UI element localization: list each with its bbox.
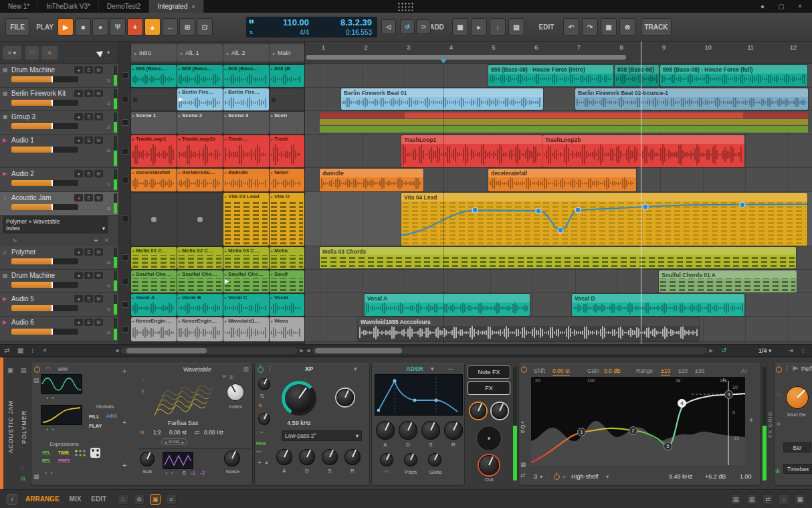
- clip-play-icon[interactable]: ▸: [179, 137, 181, 141]
- arranger-clip[interactable]: Berlin Firework Beat 02-bounce-1: [575, 88, 808, 110]
- unison-icon[interactable]: ılı: [140, 429, 144, 435]
- dice-icon[interactable]: [90, 448, 100, 458]
- updown-icon[interactable]: ⇅: [260, 393, 265, 400]
- rel-tag[interactable]: REL: [42, 458, 51, 463]
- edit-button[interactable]: EDIT: [534, 18, 559, 35]
- monitor-button[interactable]: ●: [74, 90, 83, 97]
- chevron-down-icon[interactable]: ▾: [354, 365, 357, 372]
- launcher-clip[interactable]: ▸Mella 03 C…: [223, 247, 269, 269]
- undo-button[interactable]: ↶: [563, 18, 579, 35]
- gain-value[interactable]: 0.0 dB: [604, 367, 621, 374]
- right-arrow-icon[interactable]: ▸: [182, 440, 184, 444]
- scrollbar-thumb[interactable]: [126, 348, 207, 353]
- pointer-tool-icon[interactable]: [96, 48, 105, 57]
- device-power-button[interactable]: [521, 367, 527, 373]
- volume-slider[interactable]: [11, 282, 78, 288]
- volume-slider[interactable]: [11, 76, 78, 82]
- mod-knob[interactable]: [258, 378, 270, 390]
- track-menu-icon[interactable]: ≡: [107, 329, 110, 336]
- browser-button[interactable]: ▤: [508, 18, 524, 35]
- launcher-clip[interactable]: ▸Trash: [270, 135, 304, 167]
- track-menu-icon[interactable]: ≡: [107, 205, 110, 211]
- glide-knob[interactable]: [428, 453, 441, 467]
- add-expression-button[interactable]: +: [122, 461, 126, 469]
- snap-value[interactable]: 1/4 ▾: [758, 347, 772, 354]
- volume-slider[interactable]: [11, 180, 78, 186]
- arranger-clip[interactable]: Berlin Firework Beat 01: [341, 88, 543, 110]
- launcher-clip[interactable]: ▸Scen: [270, 112, 304, 134]
- arranger-clip[interactable]: Vocal D: [572, 294, 744, 316]
- launcher-clip[interactable]: ▸Vocal A: [131, 294, 177, 316]
- launcher-clip[interactable]: ▸Berlin Fire…▶: [177, 88, 223, 110]
- scroll-left-icon[interactable]: ◀: [306, 348, 310, 353]
- view-tab-edit[interactable]: EDIT: [91, 495, 106, 503]
- eq-plus-device[interactable]: EQ+ ▦ ⇄ Shift 0.00 st Gain 0.0 dB Range …: [518, 363, 760, 486]
- file-button[interactable]: FILE: [5, 18, 29, 35]
- scene-header[interactable]: ▸Alt. 1: [177, 44, 223, 62]
- mute-button[interactable]: M: [94, 137, 103, 144]
- clip-play-icon[interactable]: ▸: [132, 66, 134, 71]
- cue-marker-icon[interactable]: ⊚: [134, 494, 144, 505]
- attack-knob[interactable]: [376, 421, 395, 440]
- clip-stop-button[interactable]: [122, 96, 128, 102]
- launcher-clip[interactable]: ▸Vocal C: [223, 294, 269, 316]
- solo-button[interactable]: S: [84, 194, 93, 201]
- audio-engine-button[interactable]: Ψ: [110, 18, 126, 35]
- decay-knob[interactable]: [399, 421, 417, 440]
- launcher-clip[interactable]: ▸dwindle: [223, 169, 269, 191]
- launcher-clip[interactable]: ▸fallon: [270, 169, 304, 191]
- scene-play-icon[interactable]: ▸: [273, 51, 275, 56]
- volume-slider[interactable]: [11, 204, 78, 210]
- wavetable-up-icon[interactable]: ↑: [141, 377, 144, 384]
- clip-stop-slot[interactable]: [131, 193, 177, 246]
- polymer-device[interactable]: ▤ ▦ ◠ MW ● ● ● ● Expressions VEL TIMB RE…: [31, 363, 253, 486]
- follow-playhead-icon[interactable]: ↺: [721, 347, 726, 354]
- drive-knob[interactable]: [470, 403, 486, 419]
- device-power-button[interactable]: [776, 367, 782, 373]
- clip-play-icon[interactable]: ▸: [179, 248, 181, 253]
- solo-button[interactable]: S: [84, 295, 93, 303]
- launcher-clip[interactable]: ▸Berlin Fire…: [223, 88, 269, 110]
- filter-mode-dropdown[interactable]: Low-pass 2°▾: [282, 430, 362, 441]
- cutoff-knob[interactable]: [282, 381, 316, 416]
- arranger-clip[interactable]: Mella 03 Chords: [320, 247, 796, 268]
- attack-knob[interactable]: [276, 449, 292, 465]
- mod-route-dots-icon[interactable]: ●▸: [448, 367, 455, 371]
- clip-play-icon[interactable]: ▸: [132, 272, 134, 276]
- track-header[interactable]: ▶Audio 1●SM≡: [0, 135, 119, 168]
- add-device-button[interactable]: +: [94, 236, 98, 244]
- zoom-range-bar[interactable]: [306, 55, 626, 60]
- scene-header[interactable]: ▸Intro: [131, 44, 177, 62]
- add-button[interactable]: +: [777, 420, 781, 428]
- add-audio-track-button[interactable]: ▸: [471, 18, 487, 35]
- clip-play-icon[interactable]: ▸: [132, 137, 134, 141]
- retrig-icon[interactable]: R: [223, 374, 226, 379]
- ab-button[interactable]: A⊕B: [106, 413, 117, 419]
- close-icon[interactable]: ×: [43, 347, 47, 354]
- mute-button[interactable]: M: [94, 248, 103, 256]
- envelope-title[interactable]: ADSR: [401, 365, 428, 372]
- empty-clip-slot[interactable]: [131, 88, 177, 110]
- lfo-display[interactable]: [163, 452, 193, 469]
- launcher-clip[interactable]: ▸808 (Bass-…: [223, 65, 269, 87]
- insert-range-button[interactable]: ⊞: [179, 18, 195, 35]
- band-freq[interactable]: 9.49 kHz: [669, 473, 693, 480]
- track-menu-icon[interactable]: ≡: [107, 100, 110, 107]
- clip-play-icon[interactable]: ▸: [271, 170, 273, 175]
- clip-stop-button[interactable]: [122, 326, 128, 333]
- clip-play-icon[interactable]: ▸: [271, 319, 273, 323]
- phase-icon[interactable]: )|(: [229, 374, 233, 379]
- launcher-clip[interactable]: ▸Mella: [270, 247, 304, 269]
- clip-stop-button[interactable]: [122, 177, 128, 183]
- download-panel-icon[interactable]: ↓: [779, 494, 789, 505]
- pre-roll-button[interactable]: ◁: [381, 19, 396, 34]
- monitor-button[interactable]: ●: [74, 170, 83, 177]
- solo-button[interactable]: S: [84, 137, 93, 144]
- launcher-clip[interactable]: ▸Scene 2: [177, 112, 223, 134]
- clip-play-icon[interactable]: ▸: [132, 248, 134, 253]
- scrollbar-track[interactable]: [121, 347, 297, 354]
- octave-minus1[interactable]: -1: [191, 470, 196, 477]
- group-subclip[interactable]: [405, 112, 743, 118]
- eq-band-handle[interactable]: 5: [664, 442, 672, 450]
- clip-stop-button[interactable]: [122, 278, 128, 284]
